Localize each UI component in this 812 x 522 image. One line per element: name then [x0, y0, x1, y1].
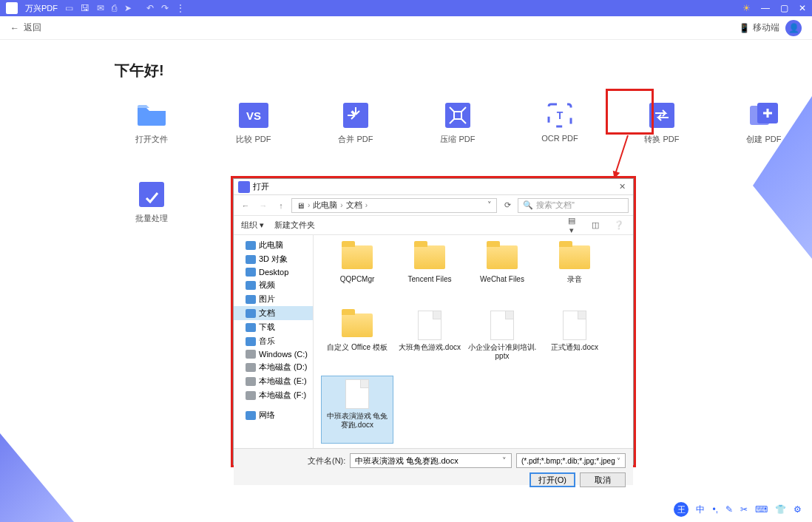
- tree-icon: [246, 377, 256, 386]
- refresh-button[interactable]: ⟳: [500, 200, 515, 210]
- ime-edit-icon[interactable]: ✎: [725, 504, 733, 515]
- minimize-icon[interactable]: —: [761, 3, 770, 13]
- redo-icon[interactable]: ↷: [161, 3, 169, 13]
- tree-icon: [246, 323, 256, 332]
- search-input[interactable]: 🔍 搜索"文档": [518, 198, 629, 213]
- tree-node[interactable]: 图片: [234, 292, 313, 306]
- filename-input[interactable]: 中班表演游戏 龟兔赛跑.docx ˅: [350, 453, 512, 468]
- tree-node[interactable]: Desktop: [234, 266, 313, 278]
- mobile-link[interactable]: 📱 移动端: [739, 21, 779, 34]
- folder-item[interactable]: QQPCMgr: [321, 240, 393, 308]
- titlebar: 万兴PDF ▭ 🖫 ✉ ⎙ ➤ ↶ ↷ ⋮ ☀ — ▢ ✕: [0, 0, 812, 16]
- tree-node[interactable]: 此电脑: [234, 238, 313, 252]
- crumb-0: 此电脑: [313, 200, 337, 211]
- tile-compare-pdf[interactable]: VS比较 PDF: [231, 103, 276, 145]
- tree-icon: [246, 309, 256, 318]
- organize-button[interactable]: 组织 ▾: [241, 220, 264, 231]
- tile-label: 创建 PDF: [746, 134, 781, 145]
- file-name: 正式通知.docx: [549, 343, 600, 352]
- tree-label: 本地磁盘 (D:): [259, 362, 307, 373]
- folder-item[interactable]: 录音: [538, 240, 611, 308]
- filetype-select[interactable]: (*.pdf;*.bmp;*.dib;*.jpg;*.jpeg ˅: [516, 453, 626, 468]
- save-icon[interactable]: 🖫: [81, 3, 89, 13]
- ime-lang[interactable]: 中: [696, 504, 705, 516]
- file-item[interactable]: 小企业会计准则培训.pptx: [466, 308, 538, 376]
- ime-keyboard-icon[interactable]: ⌨: [755, 504, 768, 515]
- tree-label: 本地磁盘 (F:): [259, 390, 306, 401]
- open-button[interactable]: 打开(O): [530, 472, 575, 487]
- undo-icon[interactable]: ↶: [146, 3, 154, 13]
- tile-create-pdf[interactable]: 创建 PDF: [742, 103, 786, 145]
- tree-node[interactable]: 本地磁盘 (E:): [234, 374, 313, 388]
- file-name: 自定义 Office 模板: [325, 343, 389, 352]
- nav-forward-button[interactable]: →: [256, 201, 271, 210]
- merge-pdf-icon: [340, 103, 371, 128]
- tree-node[interactable]: 下载: [234, 320, 313, 334]
- ime-settings-icon[interactable]: ⚙: [794, 504, 802, 515]
- search-placeholder: 搜索"文档": [536, 200, 575, 211]
- compress-pdf-icon: [442, 103, 473, 128]
- tree-label: 视频: [259, 279, 275, 291]
- file-item[interactable]: 大班角色游戏.docx: [393, 308, 466, 376]
- document-icon: [490, 311, 514, 340]
- tile-merge-pdf[interactable]: 合并 PDF: [334, 103, 378, 145]
- print-icon[interactable]: ⎙: [112, 3, 117, 13]
- compare-pdf-icon: VS: [238, 103, 269, 128]
- tree-icon: [246, 391, 256, 400]
- ime-punct-icon[interactable]: •,: [712, 504, 718, 515]
- maximize-icon[interactable]: ▢: [780, 3, 788, 13]
- folder-item[interactable]: 自定义 Office 模板: [321, 308, 393, 376]
- ime-scissor-icon[interactable]: ✂: [740, 504, 748, 515]
- tree-node[interactable]: 3D 对象: [234, 252, 313, 266]
- more-tb-icon[interactable]: ⋮: [176, 3, 185, 13]
- search-icon: 🔍: [523, 200, 533, 210]
- folder-icon: [487, 245, 518, 269]
- open-file-icon: [136, 103, 167, 128]
- file-name: 中班表演游戏 龟兔赛跑.docx: [322, 412, 393, 430]
- mail-icon[interactable]: ✉: [97, 3, 104, 13]
- help-button[interactable]: ❔: [612, 220, 626, 230]
- svg-rect-10: [139, 182, 164, 207]
- folder-item[interactable]: Tencent Files: [393, 240, 466, 308]
- nav-up-button[interactable]: ↑: [274, 201, 288, 210]
- tile-convert-pdf[interactable]: 转换 PDF: [640, 103, 684, 145]
- ime-indicator[interactable]: 王: [674, 502, 688, 517]
- tree-label: 图片: [259, 294, 275, 305]
- close-window-icon[interactable]: ✕: [799, 3, 806, 13]
- mobile-label: 移动端: [753, 21, 779, 34]
- tree-node[interactable]: 本地磁盘 (D:): [234, 360, 313, 374]
- file-item[interactable]: 中班表演游戏 龟兔赛跑.docx: [321, 376, 393, 444]
- tree-node[interactable]: 网络: [234, 408, 313, 422]
- cancel-button[interactable]: 取消: [580, 472, 626, 487]
- tree-node[interactable]: 本地磁盘 (F:): [234, 388, 313, 402]
- ime-skin-icon[interactable]: 👕: [775, 504, 786, 515]
- tree-node[interactable]: 视频: [234, 278, 313, 292]
- dialog-close-button[interactable]: ✕: [616, 182, 629, 191]
- tree-label: 此电脑: [259, 240, 283, 251]
- share-icon[interactable]: ➤: [124, 3, 132, 13]
- open-file-icon[interactable]: ▭: [65, 3, 73, 13]
- nav-back-button[interactable]: ←: [238, 201, 253, 210]
- user-avatar[interactable]: 👤: [785, 20, 802, 36]
- folder-item[interactable]: WeChat Files: [466, 240, 538, 308]
- tile-open-file[interactable]: 打开文件: [129, 103, 174, 145]
- new-folder-button[interactable]: 新建文件夹: [274, 220, 315, 231]
- create-pdf-icon: [748, 103, 779, 128]
- tree-node[interactable]: 音乐: [234, 334, 313, 348]
- filename-dropdown-icon[interactable]: ˅: [502, 456, 507, 466]
- file-item[interactable]: 正式通知.docx: [538, 308, 611, 376]
- sun-icon[interactable]: ☀: [742, 3, 751, 13]
- back-button[interactable]: ← 返回: [10, 21, 41, 34]
- svg-text:T: T: [557, 109, 564, 121]
- view-mode-button[interactable]: ▤ ▾: [565, 216, 578, 235]
- tile-batch[interactable]: 批量处理: [129, 182, 174, 224]
- tile-compress-pdf[interactable]: 压缩 PDF: [436, 103, 480, 145]
- breadcrumb[interactable]: 🖥 › 此电脑 › 文档 › ˅: [291, 198, 497, 213]
- tree-node[interactable]: 文档: [234, 306, 313, 320]
- tree-node[interactable]: Windows (C:): [234, 348, 313, 360]
- tile-ocr-pdf[interactable]: TOCR PDF: [538, 103, 582, 145]
- folder-icon: [559, 245, 590, 269]
- app-logo: [6, 2, 18, 14]
- tile-label: 转换 PDF: [644, 134, 679, 145]
- preview-pane-button[interactable]: ◫: [589, 220, 602, 230]
